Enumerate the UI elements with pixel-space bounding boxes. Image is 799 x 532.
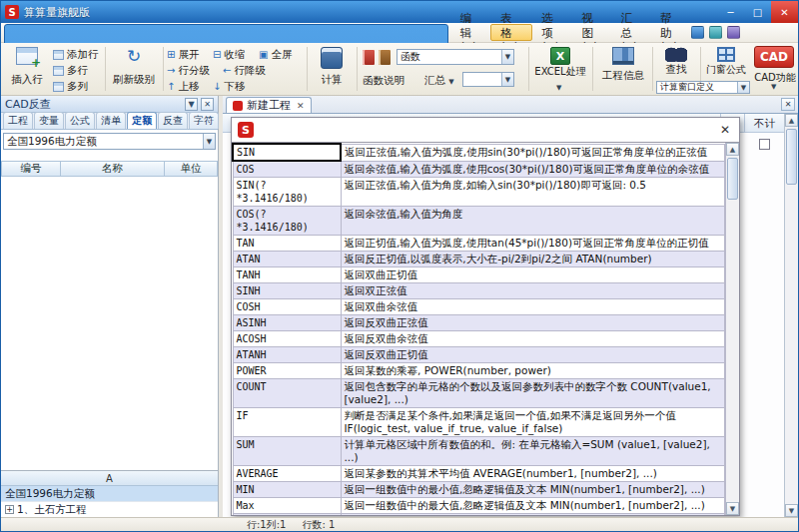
function-desc-cell[interactable]: 返回余弦值,输入值为弧度,使用cos(30*pi()/180)可返回正常角度单位… bbox=[341, 161, 725, 178]
function-name-cell[interactable]: COS bbox=[233, 161, 341, 178]
function-name-cell[interactable]: Max bbox=[233, 498, 341, 514]
function-desc-cell[interactable]: 返回正弦值,输入值为弧度,使用sin(30*pi()/180)可返回正常角度单位… bbox=[341, 144, 725, 161]
menu-edit[interactable]: 编辑(B) bbox=[451, 23, 491, 42]
function-desc-cell[interactable]: 返回双正弦值 bbox=[341, 283, 725, 299]
menu-table[interactable]: 表格(G) bbox=[490, 24, 532, 41]
col-header-exclude[interactable]: 不计 bbox=[744, 114, 784, 133]
function-desc-cell[interactable]: 返回双曲余弦值 bbox=[341, 299, 725, 315]
panel-close-icon[interactable]: ✕ bbox=[201, 98, 214, 111]
menu-view[interactable]: 视图(E) bbox=[572, 23, 611, 42]
function-help-button[interactable]: 函数说明 bbox=[363, 74, 404, 88]
function-desc-cell[interactable]: 返回反正切值,以弧度表示,大小在-pi/2到pi/2之间 ATAN(number… bbox=[341, 252, 725, 267]
refresh-level-button[interactable]: ↻ 刷新级别 bbox=[109, 45, 159, 89]
function-row[interactable]: Max返回一组数值中的最大值,忽略逻辑值及文本 MIN(number1, [nu… bbox=[233, 498, 725, 514]
function-name-cell[interactable]: ATANH bbox=[233, 347, 341, 363]
menu-summary[interactable]: 汇总(Z) bbox=[612, 23, 652, 42]
quick-window-icon[interactable] bbox=[691, 26, 704, 39]
insert-row-button[interactable]: 插入行 bbox=[5, 45, 49, 89]
summary-button[interactable]: 汇总 ▼ bbox=[424, 74, 454, 88]
function-name-cell[interactable]: ACOSH bbox=[233, 331, 341, 347]
function-row[interactable]: ACOSH返回反双曲余弦值 bbox=[233, 331, 725, 347]
chevron-down-icon[interactable]: ▼ bbox=[501, 50, 513, 64]
function-name-cell[interactable]: SIN bbox=[233, 144, 341, 161]
tree-item-library[interactable]: 全国1996电力定额 bbox=[1, 486, 218, 502]
row-downgrade-button[interactable]: ← 行降级 bbox=[223, 63, 266, 78]
function-name-cell[interactable]: IF bbox=[233, 408, 341, 437]
function-row[interactable]: TANH返回双曲正切值 bbox=[233, 267, 725, 283]
chevron-down-icon[interactable]: ▼ bbox=[501, 73, 513, 86]
project-info-button[interactable]: 工程信息 bbox=[596, 45, 650, 85]
function-name-cell[interactable]: SINH bbox=[233, 283, 341, 299]
function-row[interactable]: POWER返回某数的乘幂, POWER(number, power) bbox=[233, 363, 725, 379]
function-name-cell[interactable]: MIN bbox=[233, 482, 341, 498]
quota-library-combobox[interactable]: 全国1996电力定额 ▼ bbox=[3, 133, 216, 150]
scroll-up-icon[interactable]: ▲ bbox=[785, 114, 798, 127]
function-desc-cell[interactable]: 返回包含数字的单元格的个数以及返回参数列表中的数字个数 COUNT(value1… bbox=[341, 379, 725, 408]
menu-options[interactable]: 选项(D) bbox=[532, 23, 572, 42]
function-desc-cell[interactable]: 返回反双曲余弦值 bbox=[341, 331, 725, 347]
find-button[interactable]: 查找 bbox=[654, 45, 698, 79]
menu-help[interactable]: 帮助(H) bbox=[651, 23, 691, 42]
function-desc-cell[interactable]: 计算单元格区域中所有数值的和。例: 在单元格输入=SUM (value1, [v… bbox=[341, 437, 725, 466]
function-row[interactable]: MIN返回一组数值中的最小值,忽略逻辑值及文本 MIN(number1, [nu… bbox=[233, 482, 725, 498]
cad-dropdown-icon[interactable]: ▼ bbox=[771, 83, 776, 91]
chevron-down-icon[interactable]: ▼ bbox=[737, 82, 749, 93]
strip-close-icon[interactable]: ✕ bbox=[781, 98, 795, 111]
function-desc-cell[interactable]: 返回一个引用的行号 ROW(reference);返回一个引用的列号可以用 CO… bbox=[341, 514, 725, 516]
pin-icon[interactable]: ▼ bbox=[185, 98, 198, 111]
function-row[interactable]: SINH返回双正弦值 bbox=[233, 283, 725, 299]
summary-book-icon[interactable] bbox=[379, 50, 391, 65]
function-desc-cell[interactable]: 返回某数的乘幂, POWER(number, power) bbox=[341, 363, 725, 379]
excel-button[interactable]: X EXCEL处理 bbox=[532, 45, 588, 81]
calc-window-def-combobox[interactable]: 计算窗口定义 ▼ bbox=[656, 81, 750, 94]
col-header-unit[interactable]: 单位 bbox=[165, 161, 218, 177]
function-desc-cell[interactable]: 返回双曲正切值 bbox=[341, 267, 725, 283]
function-name-cell[interactable]: COS(?*3.1416/180) bbox=[233, 207, 341, 236]
quota-list-area[interactable] bbox=[1, 177, 218, 469]
function-name-cell[interactable]: AVERAGE bbox=[233, 466, 341, 482]
excel-dropdown-icon[interactable]: ▼ bbox=[556, 84, 561, 92]
function-row[interactable]: IF判断是否满足某个条件,如果满足返回一个值,如果不满足返回另外一个值 IF(l… bbox=[233, 408, 725, 437]
scroll-down-icon[interactable]: ▼ bbox=[726, 502, 739, 515]
tab-formula[interactable]: 公式 bbox=[65, 112, 95, 129]
dialog-close-icon[interactable]: ✕ bbox=[717, 123, 733, 137]
function-row[interactable]: COS返回余弦值,输入值为弧度,使用cos(30*pi()/180)可返回正常角… bbox=[233, 161, 725, 178]
function-desc-cell[interactable]: 返回正弦值,输入值为角度,如输入sin(30*pi()/180)即可返回: 0.… bbox=[341, 178, 725, 207]
function-row[interactable]: SIN(?*3.1416/180)返回正弦值,输入值为角度,如输入sin(30*… bbox=[233, 178, 725, 207]
quick-skin-icon[interactable] bbox=[727, 26, 740, 39]
col-header-name[interactable]: 名称 bbox=[61, 161, 165, 177]
main-scrollbar[interactable]: ▲ ▼ bbox=[784, 114, 798, 517]
summary-combobox[interactable]: ▼ bbox=[462, 72, 514, 87]
function-row[interactable]: COUNT返回包含数字的单元格的个数以及返回参数列表中的数字个数 COUNT(v… bbox=[233, 379, 725, 408]
function-name-cell[interactable]: TAN bbox=[233, 236, 341, 252]
expand-button[interactable]: ⊞ 展开 bbox=[167, 47, 199, 62]
tab-project[interactable]: 工程 bbox=[3, 112, 33, 129]
exclude-checkbox[interactable] bbox=[759, 139, 770, 150]
multi-row-button[interactable]: 多行 bbox=[53, 63, 88, 78]
tab-new-project[interactable]: 新建工程 ✕ bbox=[226, 97, 312, 113]
scroll-up-icon[interactable]: ▲ bbox=[726, 143, 739, 156]
add-row-button[interactable]: 添加行 bbox=[53, 47, 99, 62]
cad-button[interactable]: CAD bbox=[754, 46, 794, 68]
scrollbar-thumb[interactable] bbox=[786, 129, 797, 185]
function-desc-cell[interactable]: 返回一组数值中的最小值,忽略逻辑值及文本 MIN(number1, [numbe… bbox=[341, 482, 725, 498]
tree-item-chapter[interactable]: + 1、土石方工程 bbox=[1, 502, 218, 518]
tab-lookup[interactable]: 反查 bbox=[158, 112, 188, 129]
function-combobox[interactable]: 函数 ▼ bbox=[397, 49, 514, 65]
dialog-scrollbar[interactable]: ▲ ▼ bbox=[725, 143, 739, 515]
multi-col-button[interactable]: 多列 bbox=[53, 79, 88, 94]
function-row[interactable]: TAN返回正切值,输入值为弧度,使用tan(45*pi()/180)可返回正常角… bbox=[233, 236, 725, 252]
function-row[interactable]: ATANH返回反双曲正切值 bbox=[233, 347, 725, 363]
function-desc-cell[interactable]: 返回反双曲正切值 bbox=[341, 347, 725, 363]
function-row[interactable]: ASINH返回反双曲正弦值 bbox=[233, 315, 725, 331]
function-name-cell[interactable]: TANH bbox=[233, 267, 341, 283]
function-name-cell[interactable]: ATAN bbox=[233, 252, 341, 267]
fullscreen-button[interactable]: ▣ 全屏 bbox=[259, 47, 292, 62]
function-name-cell[interactable]: POWER bbox=[233, 363, 341, 379]
function-name-cell[interactable]: COUNT bbox=[233, 379, 341, 408]
move-down-button[interactable]: ↓ 下移 bbox=[213, 79, 245, 94]
function-name-cell[interactable]: ASINH bbox=[233, 315, 341, 331]
maximize-button[interactable]: □ bbox=[744, 1, 771, 23]
expand-plus-icon[interactable]: + bbox=[5, 505, 14, 514]
function-desc-cell[interactable]: 返回一组数值中的最大值,忽略逻辑值及文本 MIN(number1, [numbe… bbox=[341, 498, 725, 514]
